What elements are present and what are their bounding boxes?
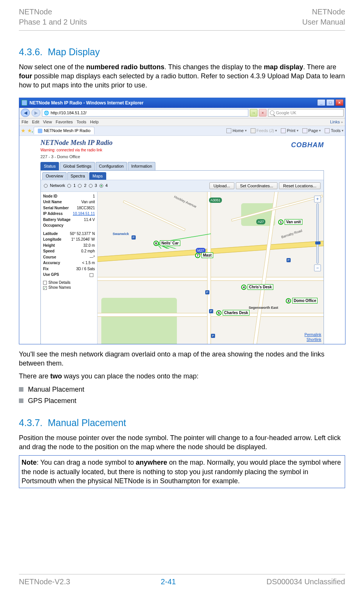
forward-button[interactable]: ▶ xyxy=(31,109,40,117)
park-area xyxy=(101,298,177,344)
heading-map-display: 4.3.6. Map Display xyxy=(19,46,345,59)
cmd-page[interactable]: Page▾ xyxy=(302,128,321,134)
subtab-spectra[interactable]: Spectra xyxy=(67,172,88,180)
upload-button[interactable]: Upload... xyxy=(209,182,234,189)
shortlink[interactable]: Shortlink xyxy=(305,337,321,342)
print-icon xyxy=(281,128,286,133)
parking-icon: P xyxy=(211,334,215,338)
menu-edit[interactable]: Edit xyxy=(32,119,39,125)
menu-tools[interactable]: Tools xyxy=(77,119,87,125)
ie-titlebar: NETNode Mesh IP Radio - Windows Internet… xyxy=(19,98,345,108)
browser-tab[interactable]: NETNode Mesh IP Radio xyxy=(34,127,94,134)
tab-status[interactable]: Status xyxy=(40,162,59,170)
hdr-tr: NETNode xyxy=(302,7,345,17)
place-swanwick: Swanwick xyxy=(113,232,129,236)
show-names-checkbox[interactable] xyxy=(43,286,47,290)
cmd-print[interactable]: Print▾ xyxy=(281,128,299,134)
back-button[interactable]: ◀ xyxy=(21,109,30,117)
radio-1-label: 1 xyxy=(73,183,76,188)
radio-4-label: 4 xyxy=(105,183,108,188)
address-bar[interactable]: 🌐http://10.184.51.12/ xyxy=(42,109,248,117)
address-bar-row: ◀ ▶ 🌐http://10.184.51.12/ → × Google UK xyxy=(19,108,345,118)
zoom-out-button[interactable]: − xyxy=(314,265,321,271)
hdr-bl: Phase 1 and 2 Units xyxy=(19,17,87,27)
favorites-star-icon[interactable]: ★ xyxy=(21,127,26,134)
radio-network[interactable] xyxy=(44,184,48,188)
zoom-control: + − xyxy=(314,196,321,271)
window-title: NETNode Mesh IP Radio - Windows Internet… xyxy=(29,100,144,106)
use-gps-checkbox[interactable] xyxy=(90,273,93,277)
show-details-checkbox[interactable] xyxy=(43,281,47,285)
breadcrumb: 227 - 3 - Domo Office xyxy=(40,154,324,160)
add-favorites-icon[interactable]: ★+ xyxy=(27,127,32,134)
parking-icon: P xyxy=(132,235,136,240)
road-shield-a3051: A3051 xyxy=(209,198,222,203)
place-segensworth: Segensworth East xyxy=(249,305,278,310)
road xyxy=(123,200,186,231)
go-button[interactable]: → xyxy=(250,109,257,117)
cmd-feeds[interactable]: Feeds (J)▾ xyxy=(251,128,277,134)
tab-information[interactable]: Information xyxy=(128,162,155,170)
radio-2-label: 2 xyxy=(84,183,86,188)
hdr-tl: NETNode xyxy=(19,7,87,17)
maximize-button[interactable]: □ xyxy=(326,99,335,106)
subtab-maps[interactable]: Maps xyxy=(89,172,106,180)
zoom-in-button[interactable]: + xyxy=(314,196,321,202)
radio-link-warning: Warning: connected via the radio link xyxy=(40,148,324,153)
ie-logo-icon xyxy=(22,100,27,106)
refresh-button[interactable]: × xyxy=(259,109,266,117)
top-tabs: Status Global Settings Configuration Inf… xyxy=(40,162,324,170)
footer-right: DS000034 Unclassified xyxy=(266,577,345,587)
set-coordinates-button[interactable]: Set Coordinates... xyxy=(236,182,277,189)
map-node-van-unit[interactable]: 1Van unit xyxy=(278,219,302,225)
menu-favorites[interactable]: Favorites xyxy=(56,119,73,125)
minimize-button[interactable]: _ xyxy=(317,99,325,106)
footer-page-number: 2-41 xyxy=(161,577,176,587)
bullet-icon xyxy=(19,387,23,392)
menu-help[interactable]: Help xyxy=(90,119,99,125)
parking-icon: P xyxy=(205,290,209,294)
reset-locations-button[interactable]: Reset Locations... xyxy=(279,182,321,189)
radio-network-label: Network xyxy=(50,183,65,188)
map-node-domo-office[interactable]: 3Domo Office xyxy=(286,298,318,304)
radio-3[interactable] xyxy=(89,184,93,188)
cmd-tools[interactable]: Tools▾ xyxy=(325,128,344,134)
bullet-gps-placement: GPS Placement xyxy=(19,396,345,405)
feeds-icon xyxy=(251,128,256,133)
menu-file[interactable]: File xyxy=(22,119,28,125)
search-box[interactable]: Google UK xyxy=(268,109,344,117)
page-icon xyxy=(302,128,307,133)
page-footer: NETNode-V2.3 2-41 DS000034 Unclassified xyxy=(19,574,345,587)
radio-2[interactable] xyxy=(78,184,82,188)
menu-view[interactable]: View xyxy=(43,119,52,125)
bullet-icon xyxy=(19,398,23,403)
tools-icon xyxy=(325,128,330,133)
map-node-chris-desk[interactable]: 4Chris's Desk xyxy=(241,284,273,290)
zoom-thumb[interactable] xyxy=(315,241,321,244)
links-dropdown[interactable]: Links » xyxy=(330,119,343,125)
radio-1[interactable] xyxy=(67,184,71,188)
cmd-home[interactable]: Home▾ xyxy=(226,128,246,134)
subtab-overview[interactable]: Overview xyxy=(42,172,67,180)
ip-link[interactable]: 10.184.51.11 xyxy=(73,211,95,216)
tab-configuration[interactable]: Configuration xyxy=(96,162,127,170)
map-canvas[interactable]: M27 A27 A3051 Swanwick Segensworth East … xyxy=(98,192,324,344)
parking-icon: P xyxy=(209,309,213,313)
tab-global-settings[interactable]: Global Settings xyxy=(60,162,95,170)
map-node-charles-desk[interactable]: 5Charles Desk xyxy=(216,310,249,316)
heading-manual-placement: 4.3.7. Manual Placement xyxy=(19,417,345,429)
home-icon xyxy=(226,128,231,133)
zoom-slider[interactable] xyxy=(316,203,319,264)
footer-left: NETNode-V2.3 xyxy=(19,577,70,587)
bullet-manual-placement: Manual Placement xyxy=(19,385,345,394)
radio-4[interactable] xyxy=(99,184,103,188)
ie-menubar: File Edit View Favorites Tools Help Link… xyxy=(19,118,345,126)
map-node-neils-car[interactable]: 6Neils' Car xyxy=(153,240,180,246)
map-node-mast[interactable]: 7Mast xyxy=(195,252,213,258)
svg-line-3 xyxy=(156,222,211,243)
permalink[interactable]: Permalink xyxy=(305,332,321,338)
screenshot-map-display: NETNode Mesh IP Radio - Windows Internet… xyxy=(19,98,345,344)
para-mesh-overlay: You'll see the mesh network diagram over… xyxy=(19,350,345,368)
close-button[interactable]: × xyxy=(335,99,344,106)
road-label-hockley: Hockley Avenue xyxy=(173,195,197,209)
